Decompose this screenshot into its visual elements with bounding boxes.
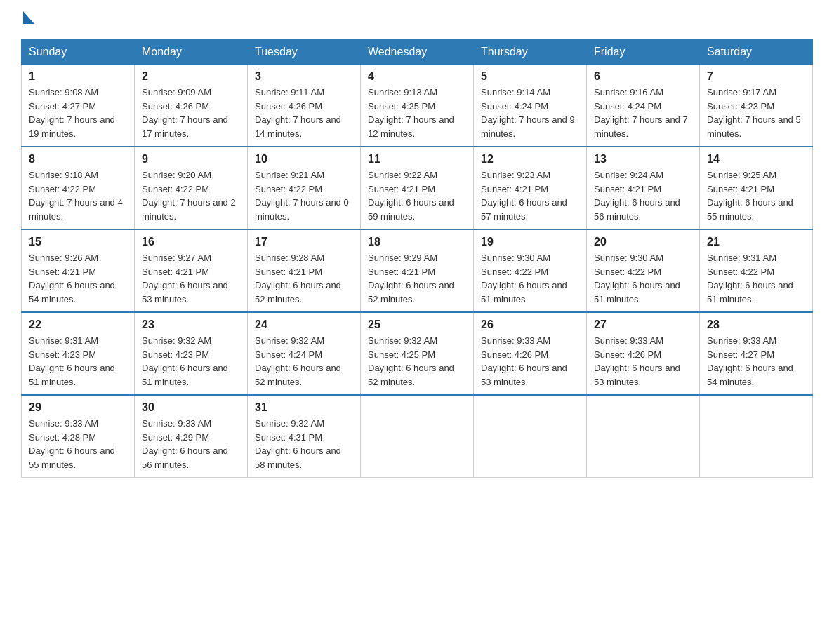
day-number: 12	[481, 153, 579, 166]
day-info: Sunrise: 9:16 AMSunset: 4:24 PMDaylight:…	[594, 86, 692, 140]
calendar-cell: 31Sunrise: 9:32 AMSunset: 4:31 PMDayligh…	[248, 395, 361, 478]
col-header-wednesday: Wednesday	[361, 40, 474, 65]
day-info: Sunrise: 9:13 AMSunset: 4:25 PMDaylight:…	[368, 86, 466, 140]
day-number: 27	[594, 318, 692, 331]
day-info: Sunrise: 9:14 AMSunset: 4:24 PMDaylight:…	[481, 86, 579, 140]
calendar-cell	[361, 395, 474, 478]
page-header	[21, 14, 813, 27]
calendar-cell	[474, 395, 587, 478]
day-number: 16	[142, 236, 240, 248]
day-number: 20	[594, 236, 692, 248]
calendar-cell: 12Sunrise: 9:23 AMSunset: 4:21 PMDayligh…	[474, 147, 587, 229]
day-number: 7	[707, 70, 805, 83]
day-info: Sunrise: 9:33 AMSunset: 4:26 PMDaylight:…	[481, 334, 579, 389]
calendar-cell: 8Sunrise: 9:18 AMSunset: 4:22 PMDaylight…	[22, 147, 135, 229]
day-info: Sunrise: 9:33 AMSunset: 4:28 PMDaylight:…	[29, 417, 127, 471]
calendar-cell: 18Sunrise: 9:29 AMSunset: 4:21 PMDayligh…	[361, 229, 474, 312]
week-row-3: 15Sunrise: 9:26 AMSunset: 4:21 PMDayligh…	[22, 229, 813, 312]
day-number: 14	[707, 153, 805, 166]
day-number: 29	[29, 401, 127, 414]
day-info: Sunrise: 9:18 AMSunset: 4:22 PMDaylight:…	[29, 168, 127, 223]
day-number: 15	[29, 236, 127, 248]
calendar-cell: 16Sunrise: 9:27 AMSunset: 4:21 PMDayligh…	[135, 229, 248, 312]
calendar-cell: 2Sunrise: 9:09 AMSunset: 4:26 PMDaylight…	[135, 65, 248, 147]
day-number: 23	[142, 318, 240, 331]
day-number: 18	[368, 236, 466, 248]
week-row-5: 29Sunrise: 9:33 AMSunset: 4:28 PMDayligh…	[22, 395, 813, 478]
day-info: Sunrise: 9:30 AMSunset: 4:22 PMDaylight:…	[594, 251, 692, 306]
header-row: SundayMondayTuesdayWednesdayThursdayFrid…	[22, 40, 813, 65]
day-info: Sunrise: 9:29 AMSunset: 4:21 PMDaylight:…	[368, 251, 466, 306]
day-number: 10	[255, 153, 353, 166]
day-info: Sunrise: 9:21 AMSunset: 4:22 PMDaylight:…	[255, 168, 353, 223]
day-info: Sunrise: 9:32 AMSunset: 4:31 PMDaylight:…	[255, 417, 353, 471]
calendar-cell: 28Sunrise: 9:33 AMSunset: 4:27 PMDayligh…	[700, 312, 813, 395]
week-row-2: 8Sunrise: 9:18 AMSunset: 4:22 PMDaylight…	[22, 147, 813, 229]
col-header-thursday: Thursday	[474, 40, 587, 65]
calendar-cell: 21Sunrise: 9:31 AMSunset: 4:22 PMDayligh…	[700, 229, 813, 312]
calendar-cell: 17Sunrise: 9:28 AMSunset: 4:21 PMDayligh…	[248, 229, 361, 312]
day-number: 4	[368, 70, 466, 83]
calendar-cell: 20Sunrise: 9:30 AMSunset: 4:22 PMDayligh…	[587, 229, 700, 312]
day-number: 9	[142, 153, 240, 166]
day-info: Sunrise: 9:31 AMSunset: 4:23 PMDaylight:…	[29, 334, 127, 389]
day-info: Sunrise: 9:32 AMSunset: 4:25 PMDaylight:…	[368, 334, 466, 389]
day-number: 21	[707, 236, 805, 248]
day-info: Sunrise: 9:25 AMSunset: 4:21 PMDaylight:…	[707, 168, 805, 223]
calendar-cell: 29Sunrise: 9:33 AMSunset: 4:28 PMDayligh…	[22, 395, 135, 478]
calendar-cell	[587, 395, 700, 478]
day-info: Sunrise: 9:32 AMSunset: 4:23 PMDaylight:…	[142, 334, 240, 389]
week-row-4: 22Sunrise: 9:31 AMSunset: 4:23 PMDayligh…	[22, 312, 813, 395]
day-info: Sunrise: 9:28 AMSunset: 4:21 PMDaylight:…	[255, 251, 353, 306]
day-number: 22	[29, 318, 127, 331]
calendar-cell: 22Sunrise: 9:31 AMSunset: 4:23 PMDayligh…	[22, 312, 135, 395]
calendar-cell: 13Sunrise: 9:24 AMSunset: 4:21 PMDayligh…	[587, 147, 700, 229]
calendar-cell: 6Sunrise: 9:16 AMSunset: 4:24 PMDaylight…	[587, 65, 700, 147]
day-number: 11	[368, 153, 466, 166]
day-number: 13	[594, 153, 692, 166]
calendar-cell: 15Sunrise: 9:26 AMSunset: 4:21 PMDayligh…	[22, 229, 135, 312]
calendar-table: SundayMondayTuesdayWednesdayThursdayFrid…	[21, 39, 813, 478]
col-header-monday: Monday	[135, 40, 248, 65]
calendar-cell	[700, 395, 813, 478]
day-number: 2	[142, 70, 240, 83]
calendar-cell: 7Sunrise: 9:17 AMSunset: 4:23 PMDaylight…	[700, 65, 813, 147]
calendar-cell: 26Sunrise: 9:33 AMSunset: 4:26 PMDayligh…	[474, 312, 587, 395]
calendar-cell: 1Sunrise: 9:08 AMSunset: 4:27 PMDaylight…	[22, 65, 135, 147]
col-header-friday: Friday	[587, 40, 700, 65]
day-number: 6	[594, 70, 692, 83]
day-number: 3	[255, 70, 353, 83]
day-number: 26	[481, 318, 579, 331]
calendar-cell: 3Sunrise: 9:11 AMSunset: 4:26 PMDaylight…	[248, 65, 361, 147]
day-number: 1	[29, 70, 127, 83]
day-info: Sunrise: 9:22 AMSunset: 4:21 PMDaylight:…	[368, 168, 466, 223]
day-info: Sunrise: 9:23 AMSunset: 4:21 PMDaylight:…	[481, 168, 579, 223]
day-info: Sunrise: 9:27 AMSunset: 4:21 PMDaylight:…	[142, 251, 240, 306]
day-info: Sunrise: 9:24 AMSunset: 4:21 PMDaylight:…	[594, 168, 692, 223]
calendar-cell: 9Sunrise: 9:20 AMSunset: 4:22 PMDaylight…	[135, 147, 248, 229]
calendar-cell: 24Sunrise: 9:32 AMSunset: 4:24 PMDayligh…	[248, 312, 361, 395]
day-info: Sunrise: 9:33 AMSunset: 4:27 PMDaylight:…	[707, 334, 805, 389]
calendar-cell: 30Sunrise: 9:33 AMSunset: 4:29 PMDayligh…	[135, 395, 248, 478]
day-info: Sunrise: 9:09 AMSunset: 4:26 PMDaylight:…	[142, 86, 240, 140]
calendar-cell: 5Sunrise: 9:14 AMSunset: 4:24 PMDaylight…	[474, 65, 587, 147]
calendar-cell: 14Sunrise: 9:25 AMSunset: 4:21 PMDayligh…	[700, 147, 813, 229]
calendar-cell: 19Sunrise: 9:30 AMSunset: 4:22 PMDayligh…	[474, 229, 587, 312]
calendar-cell: 11Sunrise: 9:22 AMSunset: 4:21 PMDayligh…	[361, 147, 474, 229]
col-header-tuesday: Tuesday	[248, 40, 361, 65]
day-number: 31	[255, 401, 353, 414]
day-info: Sunrise: 9:30 AMSunset: 4:22 PMDaylight:…	[481, 251, 579, 306]
day-info: Sunrise: 9:26 AMSunset: 4:21 PMDaylight:…	[29, 251, 127, 306]
day-info: Sunrise: 9:20 AMSunset: 4:22 PMDaylight:…	[142, 168, 240, 223]
logo-arrow-icon	[23, 11, 34, 24]
day-number: 5	[481, 70, 579, 83]
calendar-cell: 25Sunrise: 9:32 AMSunset: 4:25 PMDayligh…	[361, 312, 474, 395]
day-number: 17	[255, 236, 353, 248]
calendar-cell: 27Sunrise: 9:33 AMSunset: 4:26 PMDayligh…	[587, 312, 700, 395]
day-info: Sunrise: 9:17 AMSunset: 4:23 PMDaylight:…	[707, 86, 805, 140]
day-number: 30	[142, 401, 240, 414]
calendar-cell: 4Sunrise: 9:13 AMSunset: 4:25 PMDaylight…	[361, 65, 474, 147]
calendar-cell: 10Sunrise: 9:21 AMSunset: 4:22 PMDayligh…	[248, 147, 361, 229]
day-info: Sunrise: 9:11 AMSunset: 4:26 PMDaylight:…	[255, 86, 353, 140]
calendar-cell: 23Sunrise: 9:32 AMSunset: 4:23 PMDayligh…	[135, 312, 248, 395]
